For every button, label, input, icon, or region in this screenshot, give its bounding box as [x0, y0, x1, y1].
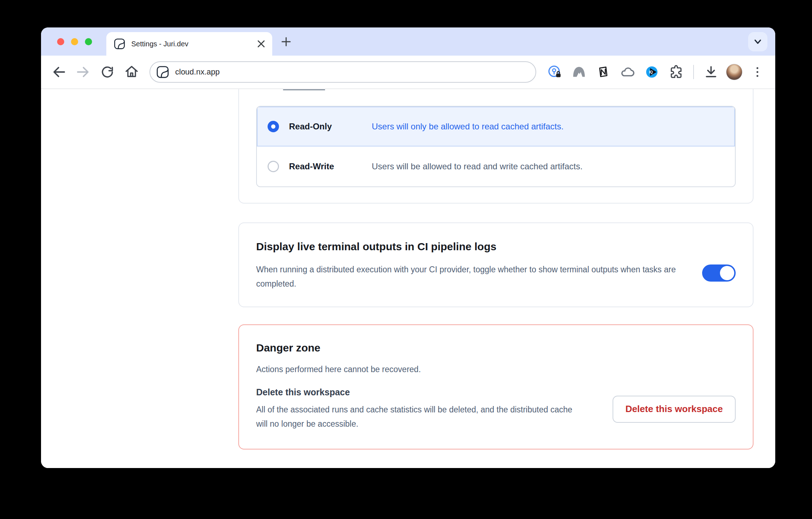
reload-button[interactable]	[98, 63, 117, 81]
browser-tab[interactable]: Settings - Juri.dev	[106, 32, 272, 56]
learn-more-link[interactable]: Learn more	[283, 89, 325, 91]
tab-search-button[interactable]	[748, 32, 767, 51]
nordvpn-icon	[571, 64, 587, 80]
url-text: cloud.nx.app	[175, 67, 220, 77]
forward-icon	[75, 64, 91, 80]
radio-unselected-icon[interactable]	[268, 161, 279, 172]
page-content: token? Learn more. Read-Only Users will …	[41, 89, 775, 468]
card-title: Display live terminal outputs in CI pipe…	[256, 239, 736, 255]
chevron-down-icon	[752, 36, 763, 47]
option-label: Read-Only	[289, 122, 372, 132]
onepassword-icon	[547, 64, 563, 80]
tab-close-icon[interactable]	[257, 40, 265, 48]
traffic-lights	[57, 38, 92, 45]
radio-selected-icon[interactable]	[268, 121, 279, 132]
card-description: When running a distributed execution wit…	[256, 262, 702, 291]
terminal-outputs-card: Display live terminal outputs in CI pipe…	[238, 222, 753, 307]
extensions-button[interactable]	[667, 63, 685, 81]
access-token-card: token? Learn more. Read-Only Users will …	[238, 89, 753, 204]
zoom-window-button[interactable]	[85, 38, 92, 45]
desktop-backdrop: { "browser": { "tab_title": "Settings - …	[0, 0, 812, 519]
iq-player-extension-button[interactable]: IQ	[643, 63, 661, 81]
browser-menu-button[interactable]	[748, 63, 767, 81]
delete-workspace-button[interactable]: Delete this workspace	[613, 396, 736, 423]
browser-window: Settings - Juri.dev	[41, 27, 775, 468]
danger-zone-warning: Actions performed here cannot be recover…	[256, 362, 736, 376]
reload-icon	[100, 64, 115, 80]
option-label: Read-Write	[289, 161, 372, 171]
minimize-window-button[interactable]	[71, 38, 78, 45]
delete-workspace-block: Delete this workspace All of the associa…	[256, 387, 584, 431]
access-options-group: Read-Only Users will only be allowed to …	[256, 106, 736, 187]
back-button[interactable]	[50, 63, 68, 81]
kebab-menu-icon	[750, 64, 765, 80]
onepassword-extension-button[interactable]	[545, 63, 564, 81]
home-icon	[123, 64, 140, 80]
danger-zone-card: Danger zone Actions performed here canno…	[238, 324, 753, 449]
delete-workspace-title: Delete this workspace	[256, 387, 584, 397]
new-tab-button[interactable]	[277, 33, 295, 51]
address-bar[interactable]: cloud.nx.app	[149, 61, 536, 83]
notion-icon	[595, 64, 611, 80]
token-help-suffix: .	[325, 89, 327, 91]
icloud-passwords-extension-button[interactable]	[618, 63, 637, 81]
browser-toolbar: cloud.nx.app	[41, 56, 775, 89]
toolbar-separator	[693, 65, 694, 79]
downloads-button[interactable]	[702, 63, 720, 81]
forward-button[interactable]	[74, 63, 92, 81]
option-description: Users will only be allowed to read cache…	[372, 122, 564, 132]
danger-zone-title: Danger zone	[256, 340, 736, 356]
downloads-icon	[703, 64, 719, 80]
icloud-passwords-icon	[619, 64, 636, 80]
tab-strip: Settings - Juri.dev	[41, 27, 775, 56]
option-read-only[interactable]: Read-Only Users will only be allowed to …	[257, 107, 735, 147]
nx-favicon	[113, 38, 126, 50]
profile-avatar[interactable]	[726, 64, 742, 80]
close-window-button[interactable]	[57, 38, 64, 45]
token-help-text: token? Learn more.	[256, 89, 736, 91]
option-read-write[interactable]: Read-Write Users will be allowed to read…	[257, 147, 735, 186]
terminal-outputs-toggle[interactable]	[702, 264, 736, 282]
extensions-puzzle-icon	[668, 64, 684, 80]
svg-text:IQ: IQ	[649, 70, 653, 74]
home-button[interactable]	[122, 63, 141, 81]
delete-workspace-description: All of the associated runs and cache sta…	[256, 402, 584, 431]
notion-extension-button[interactable]	[594, 63, 613, 81]
nordvpn-extension-button[interactable]	[570, 63, 588, 81]
token-help-prefix: token?	[256, 89, 283, 91]
tab-title: Settings - Juri.dev	[131, 40, 257, 48]
back-icon	[51, 64, 67, 80]
iq-player-icon: IQ	[644, 64, 660, 80]
nx-site-icon	[156, 65, 169, 79]
option-description: Users will be allowed to read and write …	[372, 161, 583, 171]
